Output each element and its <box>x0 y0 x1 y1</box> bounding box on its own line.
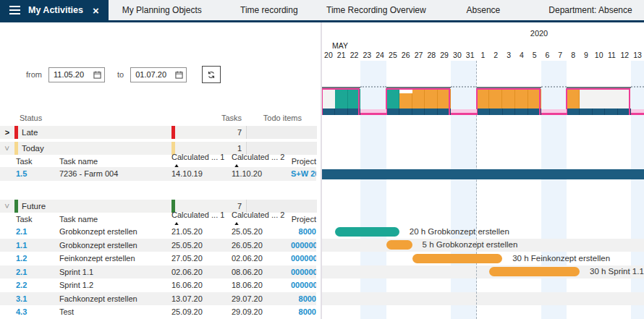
timeline-day-label[interactable]: 31 <box>464 51 477 59</box>
project-col-header[interactable]: Project <box>291 157 316 166</box>
tab-absence[interactable]: Absence <box>430 0 537 20</box>
task-subheader-row: TaskTask nameCalculated ... 1Calculated … <box>0 213 316 225</box>
project-link[interactable]: 000000 <box>291 254 316 263</box>
timeline-day-label[interactable]: 28 <box>425 51 438 59</box>
table-row[interactable]: 1.1Grobkonzept erstellen25.05.2026.05.20… <box>0 239 316 252</box>
timeline-day-label[interactable]: 3 <box>502 51 515 59</box>
task-id-link[interactable]: 2.1 <box>0 227 59 236</box>
task-name-cell: Fachkonzept erstellen <box>59 294 171 303</box>
timeline-day-label[interactable]: 13 <box>631 51 644 59</box>
tab-time-recording-overview[interactable]: Time Recording Overview <box>323 0 430 20</box>
table-row[interactable]: 3.1Fachkonzept erstellen13.07.2029.07.20… <box>0 292 316 306</box>
table-row[interactable]: 2.1Grobkonzept erstellen21.05.2025.05.20… <box>0 225 316 239</box>
task-name-cell: Test <box>59 307 171 316</box>
task-id-link[interactable]: 4.3 <box>0 307 59 316</box>
task-id-link[interactable]: 3.1 <box>0 294 59 303</box>
timeline-day-label[interactable]: 21 <box>335 51 348 59</box>
weekend-column <box>631 61 644 319</box>
gantt-bar[interactable] <box>489 267 580 276</box>
calc-date-1-cell: 02.06.20 <box>171 268 232 276</box>
gantt-bar[interactable] <box>335 227 399 237</box>
gantt-bar[interactable] <box>386 240 412 250</box>
timeline-day-label[interactable]: 23 <box>360 51 373 59</box>
tab-time-recording[interactable]: Time recording <box>216 0 323 20</box>
gantt-chart-panel: 2020MAY202122232425262728293031123456789… <box>322 22 644 319</box>
chart-row-band <box>322 292 644 306</box>
table-row[interactable]: 1.2Feinkonzept erstellen27.05.2002.06.20… <box>0 252 316 265</box>
group-task-count: 1 <box>171 144 246 153</box>
table-row[interactable]: 1.57236 - Farm 00414.10.1911.10.20S+W 20… <box>0 167 316 181</box>
collapse-group-icon[interactable]: > <box>1 201 14 211</box>
task-name-col-header[interactable]: Task name <box>59 157 171 166</box>
task-id-link[interactable]: 1.2 <box>0 254 59 263</box>
task-name-cell: 7236 - Farm 004 <box>59 169 171 178</box>
tab-my-activities[interactable]: My Activities × <box>0 0 109 20</box>
project-link[interactable]: 000000 <box>291 281 316 289</box>
capacity-limit-line <box>476 88 541 115</box>
project-link[interactable]: 000000 <box>291 268 316 276</box>
table-row[interactable]: 4.3Test25.09.2029.09.208000 <box>0 305 316 319</box>
tasks-column-header[interactable]: Tasks <box>171 114 242 122</box>
timeline-day-label[interactable]: 9 <box>580 51 593 59</box>
timeline-day-label[interactable]: 12 <box>618 51 631 59</box>
capacity-limit-line <box>386 88 450 115</box>
task-name-col-header[interactable]: Task name <box>59 215 171 224</box>
capacity-top-line-dotted <box>360 86 386 88</box>
timeline-day-label[interactable]: 20 <box>322 51 335 59</box>
calc-date-2-cell: 18.06.20 <box>232 281 291 289</box>
task-id-link[interactable]: 1.1 <box>0 241 59 250</box>
timeline-day-label[interactable]: 7 <box>554 51 567 59</box>
task-col-header[interactable]: Task <box>0 157 59 166</box>
capacity-limit-line <box>322 88 360 115</box>
task-name-cell: Feinkonzept erstellen <box>59 254 171 263</box>
task-id-link[interactable]: 2.2 <box>0 281 59 289</box>
gantt-bar-full-range[interactable] <box>322 169 644 180</box>
timeline-day-label[interactable]: 24 <box>373 51 386 59</box>
timeline-day-label[interactable]: 8 <box>567 51 580 59</box>
tab-my-planning-objects[interactable]: My Planning Objects <box>109 0 216 20</box>
expand-group-icon[interactable]: > <box>2 126 12 139</box>
task-name-cell: Sprint 1.2 <box>59 281 171 289</box>
status-column-header[interactable]: Status <box>20 114 42 122</box>
project-link[interactable]: 8000 <box>291 307 316 316</box>
timeline-day-label[interactable]: 25 <box>386 51 399 59</box>
project-col-header[interactable]: Project <box>291 215 316 224</box>
group-row-late[interactable]: >Late7 <box>0 126 316 139</box>
gantt-bar[interactable] <box>412 254 503 263</box>
project-link[interactable]: 000000 <box>291 241 316 250</box>
todo-column-header[interactable]: Todo items <box>246 114 302 122</box>
timeline-day-label[interactable]: 26 <box>399 51 412 59</box>
weekend-column <box>541 61 554 319</box>
timeline-day-label[interactable]: 22 <box>348 51 361 59</box>
timeline-day-label[interactable]: 27 <box>412 51 425 59</box>
task-id-link[interactable]: 2.1 <box>0 268 59 276</box>
project-link[interactable]: 8000 <box>291 294 316 303</box>
group-tasks-strip <box>171 126 175 139</box>
task-col-header[interactable]: Task <box>0 215 59 224</box>
timeline-day-label[interactable]: 2 <box>489 51 502 59</box>
group-status-strip <box>14 142 18 155</box>
collapse-group-icon[interactable]: > <box>1 143 14 153</box>
close-tab-icon[interactable]: × <box>93 4 99 17</box>
timeline-day-label[interactable]: 5 <box>528 51 541 59</box>
table-row[interactable]: 2.2Sprint 1.216.06.2018.06.20000000 <box>0 278 316 292</box>
tab-department-absence[interactable]: Department: Absence <box>537 0 644 20</box>
project-link[interactable]: S+W 20X <box>291 169 316 178</box>
hamburger-menu-icon[interactable] <box>9 4 20 17</box>
group-status-strip <box>14 126 18 139</box>
timeline-day-label[interactable]: 29 <box>438 51 451 59</box>
capacity-limit-line-low <box>451 113 477 115</box>
capacity-limit-line <box>566 88 630 115</box>
timeline-day-label[interactable]: 1 <box>477 51 490 59</box>
task-id-link[interactable]: 1.5 <box>0 169 59 178</box>
weekend-column <box>451 61 464 319</box>
timeline-day-label[interactable]: 4 <box>515 51 528 59</box>
timeline-day-label[interactable]: 6 <box>541 51 554 59</box>
timeline-day-label[interactable]: 10 <box>593 51 606 59</box>
table-row[interactable]: 2.1Sprint 1.102.06.2008.06.20000000 <box>0 265 316 279</box>
project-link[interactable]: 8000 <box>291 227 316 236</box>
timeline-day-label[interactable]: 30 <box>451 51 464 59</box>
timeline-day-label[interactable]: 11 <box>606 51 619 59</box>
weekend-column <box>373 61 386 319</box>
capacity-limit-line-low <box>360 113 386 115</box>
